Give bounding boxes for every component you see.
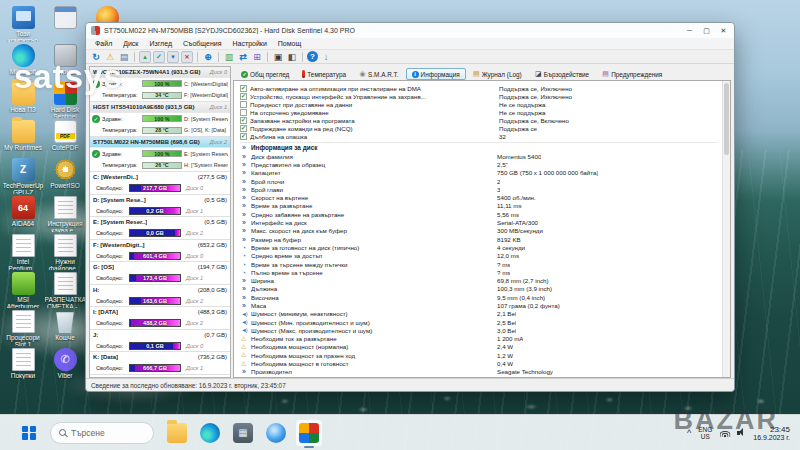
menu-item[interactable]: Файл	[90, 40, 117, 47]
menu-item[interactable]: Настройки	[227, 40, 271, 47]
partition-entry[interactable]: C: [WesternDi..] (277,5 GB) Свободно: 21…	[90, 172, 230, 195]
desktop-icon[interactable]: MSI Afterburner	[2, 270, 44, 308]
toolbar-icon[interactable]	[153, 51, 165, 63]
toolbar-icon[interactable]	[167, 51, 179, 63]
feature-checkbox[interactable]	[240, 133, 247, 140]
toolbar-icon[interactable]	[202, 51, 214, 63]
partition-entry[interactable]: D: [System Rese..] (0,5 GB) Свободно: 0,…	[90, 195, 230, 218]
desktop-icon-label: Нова ПЗ	[3, 106, 44, 113]
tab[interactable]: Бързодействие	[529, 68, 595, 80]
toolbar-icon[interactable]	[267, 52, 268, 62]
info-row-label: Шумност (Мин. производителност и шум)	[251, 319, 494, 326]
feature-value: Поддържа се	[499, 125, 537, 132]
tab[interactable]: Журнал (Log)	[467, 68, 528, 80]
close-button[interactable]: ✕	[715, 25, 732, 37]
tab-label: Общ преглед	[250, 71, 289, 78]
desktop-icon[interactable]: Процесори Slot 1	[2, 308, 44, 346]
info-row: Размер на буфер 8192 KB	[240, 235, 718, 243]
desktop-icon[interactable]: Кошче	[44, 308, 86, 346]
taskbar-app-button[interactable]	[230, 420, 256, 446]
feature-checkbox[interactable]	[240, 101, 247, 108]
toolbar-icon[interactable]	[320, 51, 332, 63]
feature-label: Дълбина на опашка	[250, 133, 496, 140]
info-row-icon	[240, 169, 248, 176]
disk-entry[interactable]: HGST HTS541010A9E680 (931,5 GB) Диск 1 ✓…	[90, 102, 230, 137]
desktop-icon[interactable]: My Runtimes	[2, 118, 44, 156]
tab[interactable]: Предупреждения	[596, 68, 668, 80]
desktop-icon[interactable]: AIDA64	[2, 194, 44, 232]
menu-item[interactable]: Изглед	[144, 40, 177, 47]
desktop-icon[interactable]: Viber	[44, 346, 86, 384]
toolbar-icon[interactable]	[251, 51, 263, 63]
partition-entry[interactable]: E: [System Reser..] (0,5 GB) Свободно: 0…	[90, 217, 230, 240]
feature-checkbox[interactable]	[240, 85, 247, 92]
partition-entry[interactable]: J: (0,7 GB) Свободно: 0,1 GB Диск 0	[90, 330, 230, 353]
toolbar-icon[interactable]	[272, 51, 284, 63]
taskbar-app-button[interactable]	[197, 420, 223, 446]
title-bar[interactable]: ST750LM022 HN-M750MBB [S2YDJ9CD602362] -…	[86, 23, 734, 38]
maximize-button[interactable]: ▢	[698, 25, 715, 37]
info-row: Интерфейс на диск Serial-ATA/300	[240, 218, 718, 226]
toolbar-icon[interactable]	[302, 52, 303, 62]
vertical-scrollbar[interactable]	[722, 81, 730, 377]
desktop-icon[interactable]	[44, 4, 86, 42]
partition-entry[interactable]: F: [WesternDigit..] (653,2 GB) Свободно:…	[90, 240, 230, 263]
desktop-icon[interactable]: CutePDF	[44, 118, 86, 156]
menu-item[interactable]: Помощ	[273, 40, 306, 47]
toolbar-icon[interactable]	[286, 51, 298, 63]
tab[interactable]: Информация	[406, 68, 466, 80]
taskbar-app-button[interactable]	[164, 420, 190, 446]
taskbar-app-button[interactable]	[263, 420, 289, 446]
desktop-icon-image	[12, 234, 35, 257]
disk-header[interactable]: HGST HTS541010A9E680 (931,5 GB) Диск 1	[90, 102, 230, 113]
taskbar-apps	[164, 420, 322, 446]
disk-model: ST750LM022 HN-M750MBB (698,6 GB)	[93, 139, 208, 145]
disk-partitions-1: C: [WesternDigital],	[184, 81, 228, 87]
toolbar-icon[interactable]	[139, 51, 151, 63]
desktop-icon[interactable]: Нужни файлове...	[44, 232, 86, 270]
desktop-icon[interactable]: PowerISO	[44, 156, 86, 194]
desktop-icon[interactable]: Intel Pentium...	[2, 232, 44, 270]
minimize-button[interactable]: ─	[681, 25, 698, 37]
free-space-bar: 488,2 GB	[129, 319, 181, 327]
info-row-label: Необходима мощност (нормална)	[251, 343, 494, 350]
section-icon	[240, 144, 248, 151]
partition-entry[interactable]: H: (208,0 GB) Свободно: 163,6 GB Диск 2	[90, 285, 230, 308]
disk-entry[interactable]: ST750LM022 HN-M750MBB (698,6 GB) Диск 2 …	[90, 137, 230, 172]
toolbar-icon[interactable]	[134, 52, 135, 62]
desktop-icon[interactable]: TechPowerUp GPU-Z	[2, 156, 44, 194]
info-row: Маса 107 грама (0,2 фунта)	[240, 301, 718, 309]
menu-bar: Файл Диск Изглед Съобщения Настройки Пом…	[86, 38, 734, 50]
tab[interactable]: Общ преглед	[235, 68, 295, 80]
feature-checkbox[interactable]	[240, 117, 247, 124]
desktop-icon[interactable]: Покупки	[2, 346, 44, 384]
tab-label: S.M.A.R.T.	[368, 71, 399, 78]
taskbar-search[interactable]: Търсене	[50, 422, 154, 444]
partition-entry[interactable]: K: [Data] (736,2 GB) Свободно: 666,7 GB …	[90, 352, 230, 375]
toolbar-icon[interactable]	[197, 52, 198, 62]
partition-entry[interactable]: I: [DATA] (488,3 GB) Свободно: 488,2 GB …	[90, 307, 230, 330]
desktop-icon[interactable]: РАЗПЕЧАТКА СМЕТКА -...	[44, 270, 86, 308]
tab[interactable]: S.M.A.R.T.	[353, 68, 405, 80]
feature-checkbox[interactable]	[240, 109, 247, 116]
menu-item[interactable]: Диск	[118, 40, 143, 47]
tab[interactable]: Температура	[296, 68, 352, 80]
feature-checkbox[interactable]	[240, 93, 247, 100]
toolbar-icon[interactable]	[218, 52, 219, 62]
scrollbar-thumb[interactable]	[724, 83, 729, 155]
partition-entry[interactable]: G: [OS] (194,7 GB) Свободно: 173,4 GB Ди…	[90, 262, 230, 285]
desktop-icon[interactable]: Инструкция каква е...	[44, 194, 86, 232]
feature-checkbox[interactable]	[240, 125, 247, 132]
toolbar-icon[interactable]	[237, 51, 249, 63]
taskbar-app-button[interactable]	[296, 420, 322, 446]
toolbar-icon[interactable]	[223, 51, 235, 63]
start-button[interactable]	[14, 418, 44, 448]
info-row-icon	[240, 327, 248, 333]
toolbar-icon[interactable]	[307, 51, 318, 62]
desktop-icon[interactable]: Този компютър	[2, 4, 44, 42]
partition-free-row: Свободно: 0,0 GB Диск 2	[90, 228, 230, 239]
toolbar-icon[interactable]	[181, 51, 193, 63]
info-row-value: 4 секунди	[497, 244, 525, 251]
disk-header[interactable]: ST750LM022 HN-M750MBB (698,6 GB) Диск 2	[90, 137, 230, 148]
menu-item[interactable]: Съобщения	[178, 40, 226, 47]
